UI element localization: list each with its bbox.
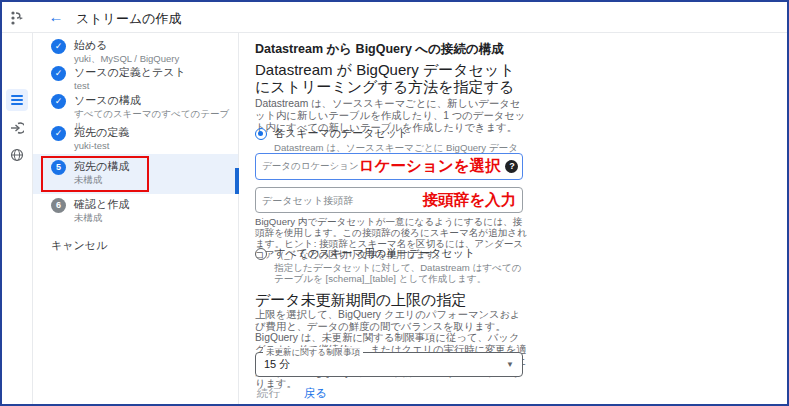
step-title: 宛先の定義 bbox=[74, 126, 129, 139]
staleness-select-value: 15 分 bbox=[264, 357, 290, 372]
back-button[interactable]: 戻る bbox=[302, 384, 329, 403]
footer-buttons: 続行 戻る bbox=[255, 384, 329, 403]
step-done-check-icon: ✓ bbox=[51, 126, 66, 141]
step-define-source[interactable]: ✓ ソースの定義とテスト test bbox=[33, 66, 238, 92]
caret-down-icon: ▼ bbox=[506, 360, 514, 369]
private-connectivity-icon[interactable] bbox=[6, 144, 28, 166]
streams-list-icon[interactable] bbox=[6, 89, 28, 111]
annotation-enter-prefix: 接頭辞を入力 bbox=[423, 190, 516, 211]
step-done-check-icon: ✓ bbox=[51, 39, 66, 54]
continue-button[interactable]: 続行 bbox=[255, 384, 282, 403]
dataset-section-heading: Datastream が BigQuery データセットにストリーミングする方法… bbox=[255, 61, 527, 95]
step-title: ソースの構成 bbox=[74, 94, 238, 107]
help-icon[interactable]: ? bbox=[505, 160, 518, 173]
datastream-logo-icon[interactable] bbox=[9, 9, 27, 27]
step-title: 宛先の構成 bbox=[74, 160, 129, 173]
staleness-select-label: 未更新に関する制限事項 bbox=[263, 347, 363, 359]
stepper-pane: ✓ 始める yuki、MySQL / BigQuery ✓ ソースの定義とテスト… bbox=[33, 33, 239, 404]
connection-profiles-icon[interactable] bbox=[6, 117, 28, 139]
step-subtitle: test bbox=[74, 80, 186, 92]
annotation-select-location: ロケーションを選択 bbox=[359, 156, 501, 177]
step-number-badge: 6 bbox=[51, 198, 66, 213]
step-number-badge: 5 bbox=[51, 160, 66, 175]
stepper-scrollbar-thumb[interactable] bbox=[235, 168, 239, 194]
step-subtitle: 未構成 bbox=[74, 174, 129, 186]
step-title: 始める bbox=[74, 39, 179, 52]
radio-single-dataset[interactable]: すべてのスキーマ用の単一データセット 指定したデータセットに対して、Datast… bbox=[255, 247, 527, 284]
step-get-started[interactable]: ✓ 始める yuki、MySQL / BigQuery bbox=[33, 39, 238, 65]
step-title: 確認と作成 bbox=[74, 198, 129, 211]
dataset-prefix-field[interactable]: 接頭辞を入力 bbox=[255, 187, 523, 213]
data-location-select[interactable]: データのロケーション ロケーションを選択 ? bbox=[255, 153, 523, 180]
staleness-section-heading: データ未更新期間の上限の指定 bbox=[255, 291, 527, 308]
radio-label: 各スキーマのデータセット bbox=[274, 127, 527, 140]
cancel-button[interactable]: キャンセル bbox=[51, 238, 107, 253]
radio-unselected-icon bbox=[255, 248, 267, 260]
page-title: ストリームの作成 bbox=[76, 10, 182, 28]
step-review-create[interactable]: 6 確認と作成 未構成 bbox=[33, 198, 238, 224]
main-content: Datastream から BigQuery への接続の構成 Datastrea… bbox=[255, 33, 527, 406]
radio-selected-icon bbox=[255, 128, 267, 140]
step-subtitle: yuki、MySQL / BigQuery bbox=[74, 53, 179, 65]
nav-rail bbox=[2, 33, 33, 404]
data-location-label: データのロケーション bbox=[262, 160, 359, 173]
step-configure-destination-current[interactable]: 5 宛先の構成 未構成 bbox=[33, 154, 238, 194]
step-done-check-icon: ✓ bbox=[51, 66, 66, 81]
step-done-check-icon: ✓ bbox=[51, 94, 66, 109]
radio-description: 指定したデータセットに対して、Datastream はすべてのテーブルを [sc… bbox=[274, 262, 527, 284]
step-title: ソースの定義とテスト bbox=[74, 66, 186, 79]
radio-label: すべてのスキーマ用の単一データセット bbox=[274, 247, 527, 260]
create-stream-window: ← ストリームの作成 bbox=[0, 0, 789, 406]
staleness-limit-select[interactable]: 未更新に関する制限事項 15 分 ▼ bbox=[255, 352, 523, 377]
step-subtitle: 未構成 bbox=[74, 212, 129, 224]
dataset-prefix-input[interactable] bbox=[262, 195, 372, 206]
step-subtitle: yuki-test bbox=[74, 140, 129, 152]
step-define-destination[interactable]: ✓ 宛先の定義 yuki-test bbox=[33, 126, 238, 152]
back-arrow-icon[interactable]: ← bbox=[46, 7, 66, 27]
content-title: Datastream から BigQuery への接続の構成 bbox=[255, 41, 527, 58]
header-bar: ← ストリームの作成 bbox=[2, 2, 787, 33]
